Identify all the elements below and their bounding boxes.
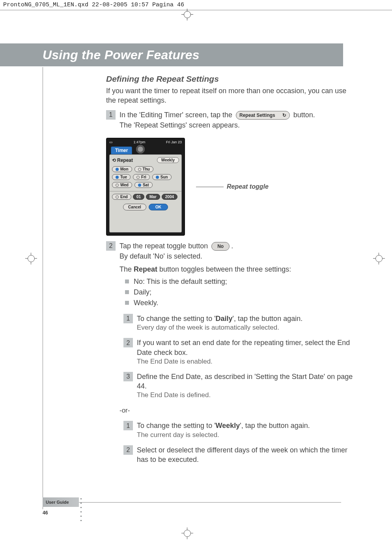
substep-sub: The End Date is enabled.	[137, 357, 357, 366]
registration-circle-top	[184, 11, 191, 18]
step-body: Tap the repeat toggle button No. By defa…	[119, 241, 357, 464]
step-number: 1	[123, 421, 133, 430]
dot-icon	[80, 511, 82, 512]
repeat-desc: The Repeat button toggles between the th…	[119, 264, 357, 274]
substep-body: Define the End Date, as described in 'Se…	[137, 372, 357, 400]
daily-step-1: 1 To change the setting to 'Daily', tap …	[123, 314, 357, 332]
radio-on-icon	[116, 176, 119, 179]
dot-icon	[80, 516, 82, 517]
daily-substeps: 1 To change the setting to 'Daily', tap …	[123, 314, 357, 400]
registration-circle-left	[28, 255, 35, 262]
radio-off-icon	[138, 168, 141, 171]
repeat-toggle-value: Weekly	[157, 157, 179, 163]
footer-tab: User Guide	[43, 497, 79, 507]
or-separator: -or-	[119, 406, 357, 415]
dot-icon	[80, 503, 82, 504]
ok-button-graphic: OK	[149, 204, 168, 210]
substep-body: If you want to set an end date for the r…	[137, 338, 357, 366]
step-number: 3	[123, 372, 133, 381]
step-number: 2	[106, 241, 116, 251]
gear-icon	[135, 144, 146, 154]
section-banner: Using the Power Features	[0, 43, 343, 66]
daily-step-3: 3 Define the End Date, as described in '…	[123, 372, 357, 400]
screenshot-row: ▭ 1:47pm Fri Jan 23 Timer Repeat Weekly …	[106, 138, 357, 236]
end-day: 01	[133, 194, 144, 200]
intro-text: If you want the timer to repeat itself o…	[106, 86, 357, 105]
device-tab: Timer	[111, 146, 132, 154]
square-bullet-icon	[125, 280, 129, 283]
device-panel: Repeat Weekly Mon Thu Tue Fri Sun Wed Sa…	[109, 154, 182, 233]
radio-on-icon	[138, 184, 141, 187]
day-sun: Sun	[152, 174, 172, 180]
end-date-row: End 01 Mar 2004	[112, 194, 179, 200]
step-number: 2	[123, 445, 133, 455]
square-bullet-icon	[125, 290, 129, 294]
status-time: 1:47pm	[133, 140, 145, 144]
step-number: 1	[123, 314, 133, 323]
pill-label: Repeat Settings	[239, 112, 275, 118]
status-battery-icon: ▭	[109, 140, 113, 144]
dot-icon	[80, 507, 82, 508]
radio-on-icon	[116, 168, 119, 171]
repeat-row: Repeat Weekly	[112, 157, 179, 163]
substep-sub: Every day of the week is automatically s…	[137, 323, 302, 332]
step1-pre: In the 'Editing Timer' screen, tap the	[119, 111, 234, 119]
bullet-item: No: This is the default setting;	[125, 276, 357, 287]
days-grid: Mon Thu Tue Fri Sun Wed Sat	[112, 166, 179, 188]
device-screenshot: ▭ 1:47pm Fri Jan 23 Timer Repeat Weekly …	[106, 138, 185, 236]
bullets: No: This is the default setting; Daily; …	[125, 276, 357, 308]
substep-sub: The current day is selected.	[137, 431, 310, 440]
dot-icon	[80, 498, 82, 499]
step-number: 1	[106, 110, 116, 120]
end-checkbox: End	[112, 194, 131, 200]
weekly-substeps: 1 To change the setting to 'Weekly', tap…	[123, 421, 357, 464]
device-buttons: Cancel OK	[112, 204, 179, 210]
day-thu: Thu	[134, 166, 153, 172]
day-tue: Tue	[112, 174, 131, 180]
end-year: 2004	[162, 194, 177, 200]
footer-rule	[79, 502, 341, 503]
daily-step-2: 2 If you want to set an end date for the…	[123, 338, 357, 366]
subsection-title: Defining the Repeat Settings	[106, 74, 357, 84]
bullet-item: Daily;	[125, 287, 357, 298]
substep-body: To change the setting to 'Weekly', tap t…	[137, 421, 310, 439]
radio-off-icon	[136, 176, 140, 179]
substep-body: To change the setting to 'Daily', tap th…	[137, 314, 302, 332]
step-2: 2 Tap the repeat toggle button No. By de…	[106, 241, 357, 464]
registration-circle-bottom	[184, 530, 191, 537]
weekly-step-1: 1 To change the setting to 'Weekly', tap…	[123, 421, 357, 439]
status-date: Fri Jan 23	[166, 140, 182, 144]
day-sat: Sat	[134, 182, 153, 188]
radio-off-icon	[116, 195, 119, 199]
weekly-step-2: 2 Select or deselect the different days …	[123, 445, 357, 465]
repeat-callout: Repeat toggle	[196, 183, 269, 190]
substep-sub: The End Date is defined.	[137, 391, 357, 400]
page-number: 46	[43, 510, 48, 516]
radio-off-icon	[116, 184, 119, 187]
no-toggle-graphic: No	[211, 242, 230, 251]
banner-title: Using the Power Features	[43, 48, 200, 62]
repeat-settings-button-graphic: Repeat Settings ↻	[236, 111, 290, 120]
dot-icon	[80, 520, 82, 521]
step-body: In the 'Editing Timer' screen, tap the R…	[119, 110, 357, 130]
step2-sub: By default 'No' is selected.	[119, 251, 357, 261]
step1-sub: The 'Repeat Settings' screen appears.	[119, 120, 357, 130]
registration-circle-right	[375, 255, 383, 262]
content-area: Defining the Repeat Settings If you want…	[43, 67, 357, 509]
step-number: 2	[123, 338, 133, 347]
file-header: ProntoNG_0705_ML_1EN.qxd 22-08-2005 10:5…	[0, 0, 392, 10]
end-month: Mar	[146, 194, 160, 200]
step2-post: .	[231, 242, 233, 250]
repeat-label: Repeat	[112, 158, 133, 163]
divider	[110, 191, 181, 191]
step1-post: button.	[293, 111, 315, 119]
device-statusbar: ▭ 1:47pm Fri Jan 23	[109, 140, 182, 144]
footer-dots	[80, 498, 82, 521]
cancel-button-graphic: Cancel	[123, 204, 146, 210]
day-mon: Mon	[112, 166, 132, 172]
radio-on-icon	[156, 176, 159, 179]
step2-pre: Tap the repeat toggle button	[119, 242, 210, 250]
substep-body: Select or deselect the different days of…	[137, 445, 357, 465]
day-wed: Wed	[112, 182, 132, 188]
recycle-icon: ↻	[282, 112, 286, 118]
